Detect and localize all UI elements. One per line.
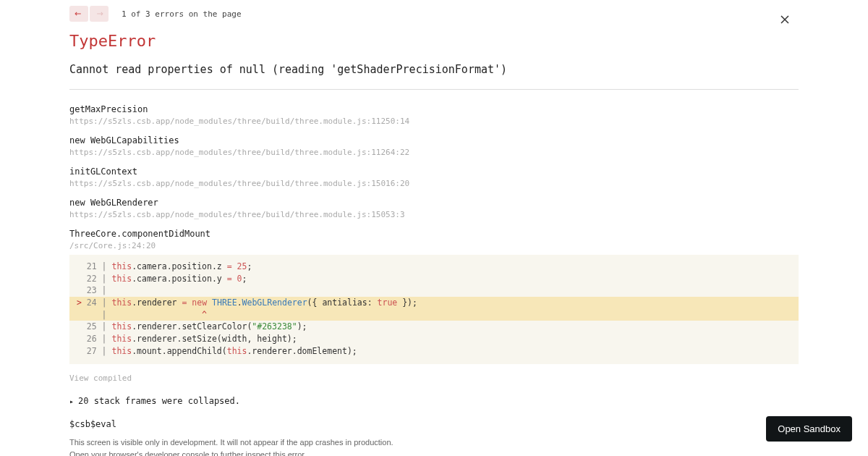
code-snippet: 21 | this.camera.position.z = 25; 22 | t… [69, 255, 799, 364]
footer-note: This screen is visible only in developme… [69, 436, 799, 456]
stack-frame-fn: new WebGLRenderer [69, 198, 799, 208]
stack-frame-fn: initGLContext [69, 166, 799, 177]
open-sandbox-button[interactable]: Open Sandbox [766, 416, 852, 442]
footer-line: Open your browser's developer console to… [69, 449, 799, 456]
stack-frame-location[interactable]: https://s5zls.csb.app/node_modules/three… [69, 117, 799, 126]
stack-frame-location[interactable]: https://s5zls.csb.app/node_modules/three… [69, 148, 799, 157]
next-error-button[interactable] [90, 6, 109, 22]
close-button[interactable] [780, 14, 790, 28]
stack-frame: getMaxPrecisionhttps://s5zls.csb.app/nod… [69, 104, 799, 126]
collapsed-frames-toggle[interactable]: 20 stack frames were collapsed. [69, 396, 799, 406]
stack-frame-fn: getMaxPrecision [69, 104, 799, 114]
stack-frame: ThreeCore.componentDidMount/src/Core.js:… [69, 229, 799, 364]
arrow-left-icon [74, 10, 84, 17]
prev-error-button[interactable] [69, 6, 88, 22]
view-compiled-link[interactable]: View compiled [69, 373, 799, 383]
stack-frame-location[interactable]: https://s5zls.csb.app/node_modules/three… [69, 179, 799, 188]
close-icon [780, 14, 790, 25]
error-count-text: 1 of 3 errors on the page [122, 9, 242, 19]
stack-frame-fn: $csb$eval [69, 419, 799, 429]
arrow-right-icon [94, 10, 104, 17]
stack-frame: new WebGLCapabilitieshttps://s5zls.csb.a… [69, 135, 799, 157]
divider [69, 89, 799, 90]
error-nav: 1 of 3 errors on the page [69, 6, 799, 22]
stack-frame: initGLContexthttps://s5zls.csb.app/node_… [69, 166, 799, 188]
stack-frame-location[interactable]: https://s5zls.csb.app/node_modules/three… [69, 210, 799, 219]
footer-line: This screen is visible only in developme… [69, 436, 799, 449]
stack-frame-location[interactable]: /src/Core.js:24:20 [69, 241, 799, 250]
stack-frame: new WebGLRendererhttps://s5zls.csb.app/n… [69, 198, 799, 219]
stack-frame-fn: new WebGLCapabilities [69, 135, 799, 145]
error-message: Cannot read properties of null (reading … [69, 63, 799, 76]
error-type: TypeError [69, 32, 799, 50]
stack-frame-fn: ThreeCore.componentDidMount [69, 229, 799, 239]
